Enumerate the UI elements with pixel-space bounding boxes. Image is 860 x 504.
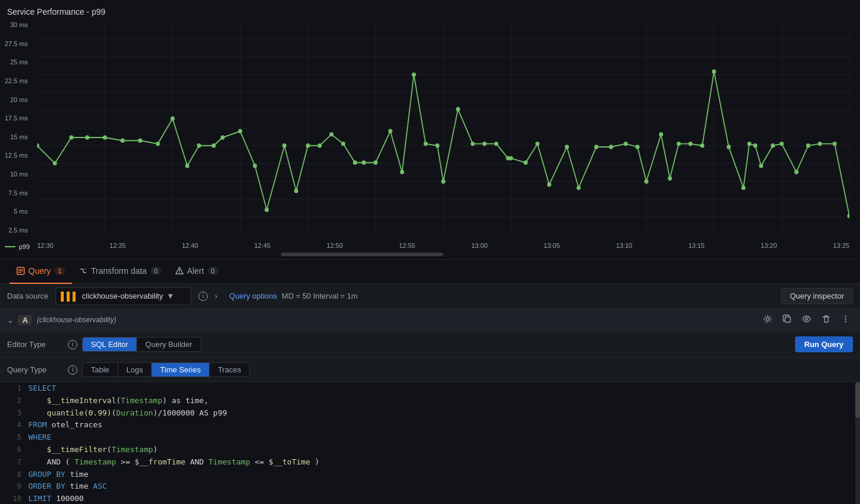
svg-point-66 [577, 185, 581, 189]
svg-point-41 [282, 143, 286, 148]
y-label-10ms: 10 ms [10, 171, 28, 178]
scrollbar-thumb[interactable] [855, 382, 860, 418]
svg-point-47 [353, 161, 357, 165]
line-num-4: 4 [5, 419, 21, 431]
svg-point-68 [609, 145, 613, 149]
query-settings-icon[interactable] [760, 313, 775, 326]
y-label-225ms: 22.5 ms [5, 77, 28, 84]
tab-alert[interactable]: Alert 0 [168, 260, 225, 284]
line-num-8: 8 [5, 469, 21, 481]
svg-point-83 [771, 143, 775, 148]
svg-point-71 [645, 179, 649, 184]
toggle-traces[interactable]: Traces [210, 363, 249, 377]
query-options-meta: MD = 50 Interval = 1m [282, 292, 358, 300]
svg-point-29 [103, 135, 107, 139]
y-axis: 30 ms 27.5 ms 25 ms 22.5 ms 20 ms 17.5 m… [5, 21, 31, 234]
query-options-link[interactable]: Query options [229, 292, 277, 300]
y-label-175ms: 17.5 ms [5, 114, 28, 122]
svg-point-80 [747, 142, 751, 146]
svg-point-101 [845, 318, 846, 319]
x-label-1325: 13:25 [833, 242, 849, 249]
tab-transform-badge: 0 [151, 267, 161, 275]
line-num-6: 6 [5, 444, 21, 456]
svg-point-33 [171, 116, 175, 120]
svg-point-49 [374, 161, 378, 165]
svg-point-65 [565, 145, 569, 149]
chart-scrollbar[interactable] [281, 253, 443, 256]
svg-point-42 [294, 189, 298, 193]
datasource-info-icon[interactable]: i [198, 292, 208, 301]
toggle-sql-editor[interactable]: SQL Editor [83, 338, 137, 351]
toggle-table[interactable]: Table [83, 363, 118, 377]
query-icon [17, 267, 25, 275]
svg-point-87 [818, 142, 822, 146]
alert-icon [175, 267, 184, 275]
tab-query[interactable]: Query 1 [9, 260, 72, 284]
svg-point-27 [69, 135, 73, 139]
svg-point-50 [388, 129, 393, 133]
x-label-1315: 13:15 [688, 242, 705, 249]
svg-point-74 [676, 142, 681, 146]
editor-type-info-icon[interactable]: i [68, 340, 77, 349]
toggle-time-series[interactable]: Time Series [152, 363, 210, 377]
svg-point-100 [845, 316, 846, 317]
svg-point-51 [400, 170, 404, 174]
datasource-value: clickhouse-observability [82, 292, 163, 300]
svg-point-31 [138, 139, 142, 143]
svg-point-45 [329, 132, 333, 136]
y-label-15ms: 15 ms [10, 133, 28, 140]
svg-point-53 [424, 142, 428, 146]
svg-point-99 [806, 318, 808, 320]
transform-icon [79, 267, 87, 275]
query-type-info-icon[interactable]: i [68, 365, 77, 375]
svg-point-30 [120, 139, 125, 143]
query-block-header: ⌄ A (clickhouse-observability) [0, 309, 860, 332]
query-visibility-icon[interactable] [799, 313, 814, 326]
query-more-icon[interactable] [838, 313, 853, 326]
sql-line-5: 5 WHERE [0, 431, 860, 444]
editor-type-label: Editor Type [7, 340, 63, 349]
y-label-275ms: 27.5 ms [5, 40, 28, 47]
run-query-button[interactable]: Run Query [795, 336, 853, 352]
svg-point-38 [238, 129, 243, 133]
svg-point-34 [185, 163, 189, 168]
svg-point-75 [688, 142, 692, 146]
line-num-10: 10 [5, 493, 21, 504]
query-type-toggle-group: Table Logs Time Series Traces [82, 362, 250, 377]
svg-point-84 [780, 142, 784, 146]
svg-point-59 [494, 142, 498, 146]
legend-line [5, 246, 15, 247]
line-num-3: 3 [5, 407, 21, 420]
svg-point-81 [753, 143, 757, 148]
tab-alert-label: Alert [187, 266, 204, 276]
svg-point-76 [700, 143, 704, 148]
svg-point-54 [436, 143, 440, 148]
x-label-1235: 12:35 [110, 242, 126, 249]
svg-point-56 [456, 107, 460, 111]
datasource-select[interactable]: ▌▌▌ clickhouse-observability ▼ [55, 287, 191, 305]
query-copy-icon[interactable] [780, 313, 794, 326]
tab-query-badge: 1 [54, 267, 65, 275]
x-label-1250: 12:50 [326, 242, 343, 249]
sql-line-2: 2 $__timeInterval(Timestamp) as time, [0, 395, 860, 407]
toggle-query-builder[interactable]: Query Builder [137, 338, 200, 351]
line-num-1: 1 [5, 382, 21, 395]
query-inspector-button[interactable]: Query inspector [781, 288, 853, 304]
query-delete-icon[interactable] [819, 313, 833, 326]
chart-title: Service Performance - p99 [5, 7, 855, 17]
svg-point-102 [845, 321, 846, 322]
editor-type-toggle-group: SQL Editor Query Builder [82, 337, 201, 352]
sql-editor[interactable]: 1 SELECT 2 $__timeInterval(Timestamp) as… [0, 382, 860, 504]
sql-editor-scrollbar[interactable] [855, 382, 860, 504]
svg-point-44 [318, 143, 322, 148]
tab-transform[interactable]: Transform data 0 [72, 260, 168, 284]
sql-line-7: 7 AND ( Timestamp >= $__fromTime AND Tim… [0, 456, 860, 469]
query-block-chevron-icon[interactable]: ⌄ [7, 316, 14, 325]
toggle-logs[interactable]: Logs [118, 363, 152, 377]
y-label-5ms: 5 ms [14, 208, 28, 215]
query-block-id: A [18, 315, 32, 325]
tab-transform-label: Transform data [91, 266, 146, 276]
y-label-25ms: 25 ms [10, 58, 28, 66]
x-label-1240: 12:40 [182, 242, 198, 249]
svg-point-64 [547, 182, 551, 186]
